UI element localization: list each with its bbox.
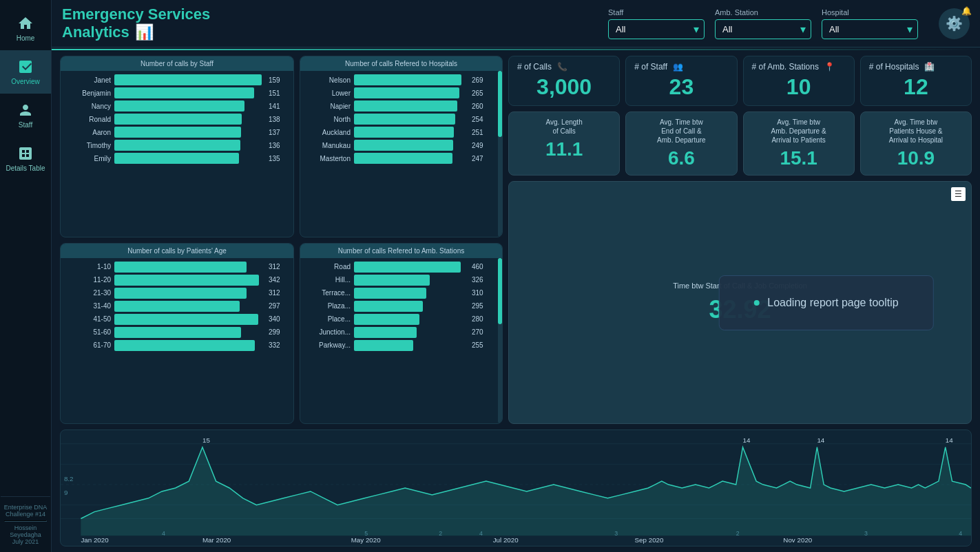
kpi-staff: # of Staff 👥 23 <box>625 56 737 106</box>
sidebar-item-staff[interactable]: Staff <box>0 94 51 137</box>
sidebar-challenge2: Challenge #14 <box>4 511 48 518</box>
bar-fill <box>354 262 461 273</box>
staff-select[interactable]: All <box>608 19 705 39</box>
kpi-calls-value: 3,000 <box>517 74 611 100</box>
bar-label: 11-20 <box>66 276 111 284</box>
bar-fill <box>354 127 454 138</box>
staff-select-wrapper[interactable]: All <box>608 19 705 39</box>
bar-container <box>354 301 466 312</box>
bar-container <box>114 87 262 98</box>
bar-fill <box>114 327 241 338</box>
list-item: Ronald138 <box>66 114 288 125</box>
svg-text:Sep 2020: Sep 2020 <box>635 536 664 544</box>
bar-label: Auckland <box>306 129 351 136</box>
bar-container <box>354 314 466 325</box>
hospitals-kpi-icon: 🏥 <box>924 62 935 72</box>
menu-icon[interactable]: ☰ <box>951 187 966 201</box>
avg-house-title: Avg. Time btwPatients House &Arrival to … <box>868 118 964 145</box>
bar-value: 312 <box>269 263 288 270</box>
calls-by-age-body: 1-1031211-2034221-3031231-4029741-503405… <box>61 258 293 424</box>
svg-text:Jan 2020: Jan 2020 <box>81 536 109 544</box>
avg-end-call-card: Avg. Time btwEnd of Call &Amb. Departure… <box>625 112 737 176</box>
bar-container <box>114 127 262 138</box>
bar-label: Ronald <box>66 116 111 123</box>
bar-fill <box>354 87 459 98</box>
bar-value: 332 <box>269 341 288 349</box>
bar-container <box>114 288 262 299</box>
svg-text:2: 2 <box>439 530 442 537</box>
bar-value: 265 <box>472 89 491 97</box>
calls-by-hospitals-panel: Number of calls Refered to Hospitals Nel… <box>300 56 503 237</box>
kpi-amb-header: # of Amb. Stations 📍 <box>752 62 846 72</box>
bar-container <box>354 74 466 85</box>
svg-text:Jul 2020: Jul 2020 <box>493 536 519 544</box>
staff-filter-group: Staff All <box>608 8 705 39</box>
list-item: 1-10312 <box>66 262 288 273</box>
list-item: Aaron137 <box>66 127 288 138</box>
calls-by-staff-title: Number of calls by Staff <box>61 56 293 71</box>
svg-text:15: 15 <box>202 436 210 444</box>
bar-container <box>114 114 262 125</box>
bar-fill <box>114 340 255 351</box>
bar-fill <box>114 301 240 312</box>
sidebar-item-details-label: Details Table <box>6 164 45 172</box>
bar-value: 137 <box>269 129 288 136</box>
list-item: Nancy141 <box>66 100 288 112</box>
bar-label: Nancy <box>66 103 111 110</box>
avg-length-value: 11.1 <box>516 138 612 160</box>
bar-value: 151 <box>269 89 288 97</box>
bar-fill <box>354 100 457 112</box>
list-item: Parkway...255 <box>306 340 491 351</box>
avg-departure-card: Avg. Time btwAmb. Departure &Arrival to … <box>743 112 855 176</box>
sidebar-item-details[interactable]: Details Table <box>0 137 51 180</box>
calls-by-age-title: Number of calls by Patients' Age <box>61 244 293 258</box>
amb-select[interactable]: All <box>715 19 811 39</box>
bar-fill <box>354 288 426 299</box>
bar-value: 342 <box>269 276 288 284</box>
bar-container <box>114 153 262 164</box>
sidebar-item-home[interactable]: Home <box>0 7 51 50</box>
bar-value: 460 <box>472 263 491 270</box>
sidebar-item-overview[interactable]: Overview <box>0 50 51 94</box>
bar-label: Manukau <box>306 142 351 149</box>
svg-text:14: 14 <box>743 436 751 444</box>
amb-select-wrapper[interactable]: All <box>715 19 811 39</box>
sidebar-bottom: Enterprise DNA Challenge #14 Hossein Sey… <box>1 496 51 552</box>
list-item: 51-60299 <box>66 327 288 338</box>
bar-container <box>114 327 262 338</box>
kpi-staff-value: 23 <box>634 74 728 100</box>
user-avatar[interactable]: ⚙️ <box>939 8 970 39</box>
calls-by-stations-body: Road460Hill...326Terrace...310Plaza...29… <box>300 258 497 424</box>
hospital-select[interactable]: All <box>822 19 918 39</box>
header: Emergency Services Analytics 📊 Staff All… <box>52 0 980 47</box>
bar-fill <box>114 262 247 273</box>
stations-scrollbar[interactable] <box>498 258 502 424</box>
amb-label: # of Amb. Stations <box>752 62 819 72</box>
bar-container <box>114 340 262 351</box>
bar-label: Emily <box>66 155 111 162</box>
hospital-select-wrapper[interactable]: All <box>822 19 918 39</box>
list-item: 61-70332 <box>66 340 288 351</box>
staff-label: # of Staff <box>634 62 667 72</box>
svg-text:14: 14 <box>817 436 824 444</box>
list-item: Benjamin151 <box>66 87 288 98</box>
list-item: Napier260 <box>306 100 491 112</box>
amb-kpi-icon: 📍 <box>824 62 835 72</box>
svg-text:3: 3 <box>864 530 868 537</box>
bar-label: 21-30 <box>66 289 111 297</box>
kpi-hospitals-header: # of Hospitals 🏥 <box>869 62 963 72</box>
hospitals-scrollbar[interactable] <box>498 71 502 237</box>
svg-text:5: 5 <box>364 530 368 537</box>
bar-value: 312 <box>269 289 288 297</box>
kpi-calls-header: # of Calls 📞 <box>517 62 611 72</box>
list-item: Plaza...295 <box>306 301 491 312</box>
bar-container <box>354 275 466 286</box>
bar-value: 249 <box>472 142 491 149</box>
avg-house-value: 10.9 <box>868 147 964 169</box>
list-item: Janet159 <box>66 74 288 85</box>
bar-label: North <box>306 116 351 123</box>
bar-container <box>114 275 262 286</box>
list-item: 31-40297 <box>66 301 288 312</box>
bar-label: Terrace... <box>306 289 351 297</box>
center-panels: Number of calls Refered to Hospitals Nel… <box>300 56 503 424</box>
